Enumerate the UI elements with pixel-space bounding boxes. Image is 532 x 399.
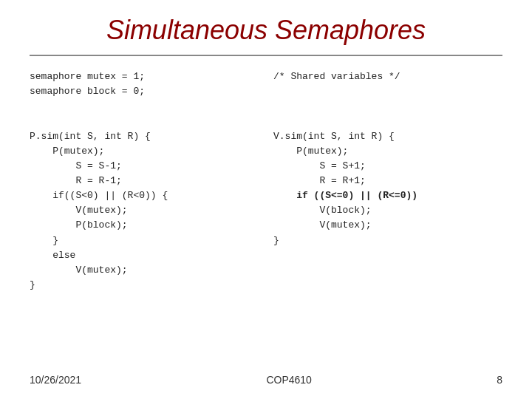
code-line: semaphore mutex = 1;: [30, 69, 259, 84]
code-line: P(mutex);: [30, 144, 259, 159]
code-line: }: [30, 233, 259, 248]
code-line: R = R+1;: [273, 174, 502, 188]
code-line: [273, 114, 502, 129]
code-line: P.sim(int S, int R) {: [30, 129, 259, 144]
code-line: [273, 99, 502, 114]
code-line: S = S+1;: [273, 159, 502, 174]
slide: Simultaneous Semaphores semaphore mutex …: [0, 0, 532, 399]
code-line: [30, 99, 259, 114]
code-line: else: [30, 248, 259, 263]
footer-page: 8: [497, 374, 502, 386]
code-line: V(mutex);: [273, 218, 502, 233]
code-line: V(block);: [273, 203, 502, 218]
code-line: S = S-1;: [30, 159, 259, 174]
footer-course: COP4610: [266, 374, 311, 386]
code-line: }: [273, 233, 502, 248]
code-line: semaphore block = 0;: [30, 84, 259, 99]
code-left: semaphore mutex = 1; semaphore block = 0…: [30, 69, 266, 293]
code-line: R = R-1;: [30, 174, 259, 188]
code-line: if((S<0) || (R<0)) {: [30, 188, 259, 203]
code-line: V(mutex);: [30, 203, 259, 218]
footer-date: 10/26/2021: [30, 374, 81, 386]
code-line: P(block);: [30, 218, 259, 233]
shared-comment: /* Shared variables */: [273, 69, 502, 84]
code-line: V(mutex);: [30, 263, 259, 278]
code-line: }: [30, 278, 259, 293]
code-line: V.sim(int S, int R) {: [273, 129, 502, 144]
code-line-highlight: if ((S<=0) || (R<=0)): [273, 188, 502, 203]
code-right: /* Shared variables */ V.sim(int S, int …: [266, 69, 502, 293]
code-area: semaphore mutex = 1; semaphore block = 0…: [30, 69, 502, 293]
code-line: [30, 114, 259, 129]
title-divider: [30, 55, 502, 56]
footer: 10/26/2021 COP4610 8: [0, 374, 532, 386]
code-line: P(mutex);: [273, 144, 502, 159]
code-line: [273, 84, 502, 99]
slide-title: Simultaneous Semaphores: [30, 0, 502, 55]
